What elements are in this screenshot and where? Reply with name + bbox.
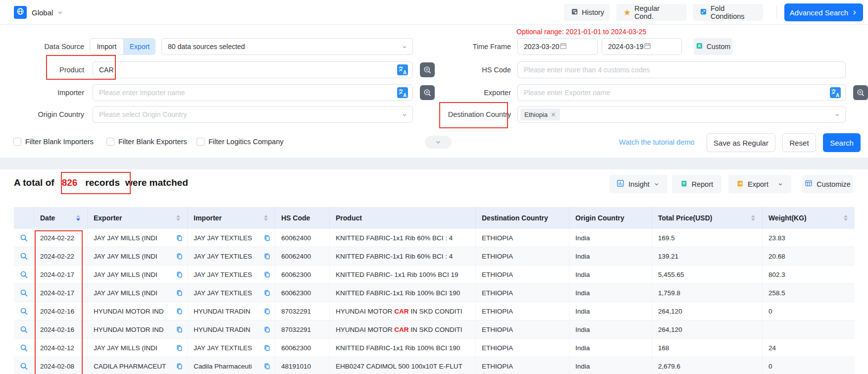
cell-value: 60062300	[281, 271, 311, 278]
insight-button[interactable]: Insight	[609, 175, 667, 193]
cell-icon	[14, 357, 34, 374]
importer-name[interactable]: JAY JAY TEXTILES	[194, 234, 252, 242]
row-detail-search-icon[interactable]	[20, 252, 28, 261]
exporter-input[interactable]	[517, 84, 846, 101]
sort-icon[interactable]	[76, 215, 80, 221]
importer-name[interactable]: HYUNDAI TRADIN	[194, 326, 251, 333]
collapse-form-button[interactable]	[425, 136, 452, 149]
copy-icon[interactable]	[263, 344, 271, 352]
star-icon: ★	[623, 8, 631, 17]
cell-value: 264,120	[658, 308, 682, 315]
exporter-name[interactable]: HYUNDAI MOTOR IND	[94, 326, 164, 333]
copy-icon[interactable]	[263, 253, 271, 260]
cell-date: 2024-02-17	[34, 284, 88, 302]
date-to-field[interactable]: 2024-03-19	[602, 38, 682, 55]
copy-icon[interactable]	[176, 289, 183, 297]
sort-icon[interactable]	[844, 215, 848, 221]
cell-price: 139.21	[652, 247, 763, 265]
hs-code-input[interactable]	[517, 61, 846, 78]
copy-icon[interactable]	[176, 308, 183, 315]
chevron-down-icon[interactable]	[777, 181, 783, 187]
regular-cond-button[interactable]: ★ Regular Cond.	[616, 4, 687, 21]
cell-value: 0	[768, 308, 772, 315]
export-button[interactable]: Export	[728, 175, 791, 193]
importer-name[interactable]: JAY JAY TEXTILES	[194, 253, 252, 260]
copy-icon[interactable]	[176, 344, 183, 352]
col-header-weight[interactable]: Weight(KG)	[763, 207, 855, 229]
checkbox-icon[interactable]	[197, 138, 204, 146]
export-toggle-button[interactable]: Export	[124, 38, 155, 55]
copy-icon[interactable]	[263, 308, 271, 315]
import-toggle-button[interactable]: Import	[90, 38, 124, 55]
col-header-exporter[interactable]: Exporter	[88, 207, 188, 229]
filter-logistics-checkbox[interactable]: Filter Logitics Company	[197, 138, 284, 146]
tutorial-link[interactable]: Watch the tutorial demo	[619, 138, 695, 146]
save-as-regular-button[interactable]: Save as Regular	[707, 133, 775, 152]
exporter-name[interactable]: JAY JAY MILLS (INDI	[94, 234, 157, 242]
row-detail-search-icon[interactable]	[20, 325, 28, 334]
row-detail-search-icon[interactable]	[20, 234, 28, 242]
data-sources-select[interactable]: 80 data sources selected	[161, 38, 413, 55]
exporter-name[interactable]: JAY JAY MILLS (INDI	[94, 289, 157, 297]
row-detail-search-icon[interactable]	[20, 344, 28, 352]
copy-icon[interactable]	[263, 271, 271, 278]
destination-country-select[interactable]: Ethiopia ✕	[517, 106, 846, 123]
copy-icon[interactable]	[263, 326, 271, 333]
date-from-field[interactable]: 2023-03-20	[517, 38, 598, 55]
copy-icon[interactable]	[176, 271, 183, 278]
row-detail-search-icon[interactable]	[20, 270, 28, 279]
insight-label: Insight	[628, 180, 650, 188]
sort-icon[interactable]	[176, 215, 180, 221]
checkbox-icon[interactable]	[13, 138, 21, 146]
row-detail-search-icon[interactable]	[20, 307, 28, 316]
col-header-importer[interactable]: Importer	[188, 207, 275, 229]
translate-icon[interactable]: A	[397, 87, 408, 100]
report-button[interactable]: Report	[672, 175, 721, 193]
copy-icon[interactable]	[263, 234, 271, 242]
customize-button[interactable]: Customize	[802, 175, 853, 193]
region-selector[interactable]: Global	[32, 0, 63, 25]
row-detail-search-icon[interactable]	[20, 362, 28, 371]
custom-range-button[interactable]: Custom	[694, 38, 732, 55]
importer-name[interactable]: JAY JAY TEXTILES	[194, 289, 252, 297]
fold-conditions-button[interactable]: Fold Conditions	[693, 4, 763, 21]
importer-input[interactable]	[93, 84, 413, 101]
copy-icon[interactable]	[176, 253, 183, 260]
copy-icon[interactable]	[263, 289, 271, 297]
sort-icon[interactable]	[264, 215, 268, 221]
col-header-price[interactable]: Total Price(USD)	[652, 207, 763, 229]
history-button[interactable]: History	[564, 4, 610, 21]
table-row: 2024-02-22JAY JAY MILLS (INDIJAY JAY TEX…	[14, 247, 855, 266]
exporter-name[interactable]: JAY JAY MILLS (INDI	[94, 271, 157, 278]
exporter-name[interactable]: CADILA PHARMACEUT	[94, 363, 166, 370]
report-icon	[680, 180, 688, 189]
row-detail-search-icon[interactable]	[20, 289, 28, 297]
filter-blank-exporters-checkbox[interactable]: Filter Blank Exporters	[106, 138, 187, 146]
product-input[interactable]	[93, 61, 413, 78]
reset-button[interactable]: Reset	[782, 133, 816, 152]
search-button[interactable]: Search	[823, 133, 861, 152]
copy-icon[interactable]	[176, 363, 183, 370]
copy-icon[interactable]	[176, 326, 183, 333]
importer-name[interactable]: Cadila Pharmaceuti	[194, 363, 252, 370]
importer-name[interactable]: JAY JAY TEXTILES	[194, 344, 252, 352]
importer-name[interactable]: HYUNDAI TRADIN	[194, 308, 251, 315]
results-prefix: A total of	[14, 177, 54, 188]
origin-country-select[interactable]: Please select Origin Country	[93, 106, 413, 123]
exporter-name[interactable]: JAY JAY MILLS (INDI	[94, 344, 157, 352]
copy-icon[interactable]	[263, 363, 271, 370]
exporter-name[interactable]: JAY JAY MILLS (INDI	[94, 253, 157, 260]
cell-price: 2,679.6	[652, 357, 763, 374]
exporter-name[interactable]: HYUNDAI MOTOR IND	[94, 308, 164, 315]
col-header-date[interactable]: Date	[34, 207, 88, 229]
filter-blank-importers-checkbox[interactable]: Filter Blank Importers	[13, 138, 94, 146]
remove-tag-icon[interactable]: ✕	[551, 111, 556, 118]
translate-icon[interactable]: A	[830, 87, 841, 100]
advanced-search-button[interactable]: Advanced Search	[784, 3, 863, 21]
importer-name[interactable]: JAY JAY TEXTILES	[194, 271, 252, 278]
translate-icon[interactable]: A	[397, 64, 408, 77]
copy-icon[interactable]	[176, 234, 183, 242]
checkbox-icon[interactable]	[106, 138, 114, 146]
sort-icon[interactable]	[751, 215, 755, 221]
exact-match-icon[interactable]	[853, 85, 868, 100]
